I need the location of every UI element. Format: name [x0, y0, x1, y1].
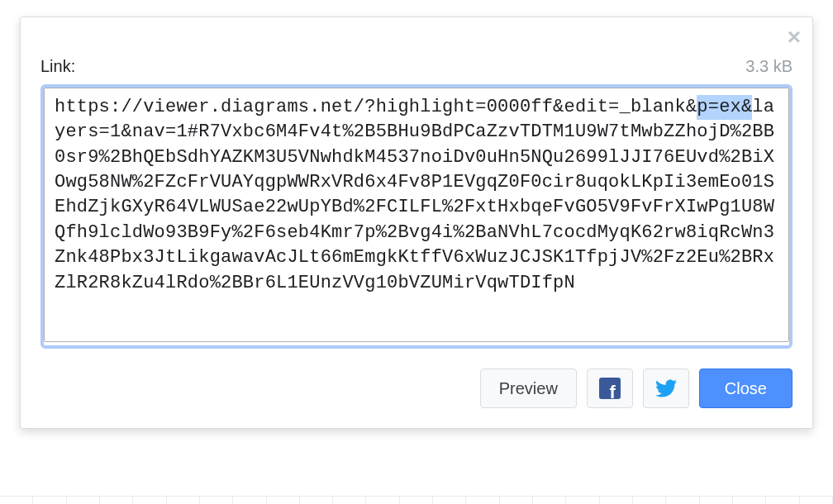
- link-textarea[interactable]: [44, 88, 789, 342]
- link-dialog: × Link: 3.3 kB Preview Close: [20, 17, 813, 429]
- facebook-icon: [599, 378, 621, 399]
- facebook-share-button[interactable]: [587, 368, 633, 408]
- file-size-label: 3.3 kB: [745, 57, 793, 76]
- twitter-icon: [655, 378, 677, 399]
- link-label: Link:: [40, 57, 75, 76]
- ruler-ticks: [0, 496, 833, 504]
- dialog-header: Link: 3.3 kB: [40, 57, 793, 76]
- twitter-share-button[interactable]: [643, 368, 689, 408]
- link-textarea-wrap: [40, 84, 793, 349]
- preview-button[interactable]: Preview: [480, 368, 577, 408]
- close-icon[interactable]: ×: [788, 26, 801, 49]
- close-button[interactable]: Close: [699, 368, 793, 408]
- button-row: Preview Close: [40, 368, 793, 408]
